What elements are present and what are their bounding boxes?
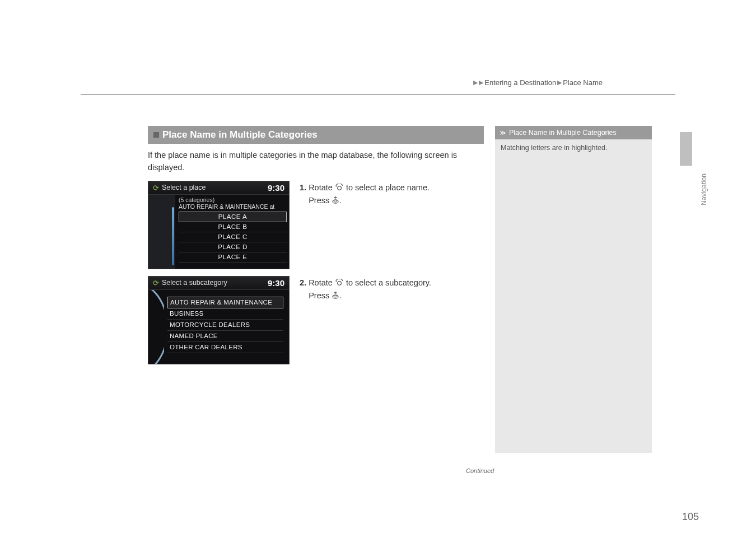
section-header: Place Name in Multiple Categories [148, 126, 484, 144]
sidebar-body: Matching letters are in highlighted. [495, 139, 652, 453]
chevrons-icon: ≫ [500, 129, 506, 137]
list-item: PLACE D [179, 242, 287, 252]
horizontal-rule [81, 94, 675, 95]
list-item: OTHER CAR DEALERS [167, 342, 283, 353]
category-count: (5 categories) [179, 196, 287, 203]
page-number: 105 [682, 511, 699, 523]
list-item: BUSINESS [167, 308, 283, 320]
section-intro: If the place name is in multiple categor… [148, 149, 484, 174]
scroll-indicator [148, 195, 175, 269]
step-text: Rotate [309, 183, 333, 192]
svg-point-5 [334, 296, 337, 298]
sidebar-title: Place Name in Multiple Categories [509, 129, 617, 137]
clock: 9:30 [268, 183, 284, 193]
triangle-icon: ▶ [479, 79, 483, 86]
square-bullet-icon [153, 132, 159, 138]
svg-point-2 [334, 200, 337, 203]
step-1: 1. Rotate to select a place name. Press … [300, 181, 430, 209]
triangle-icon: ▶ [473, 79, 478, 86]
screen-title: Select a subcategory [162, 279, 227, 287]
press-dial-icon [332, 196, 339, 208]
rotate-dial-icon [335, 278, 344, 291]
sidebar-header: ≫ Place Name in Multiple Categories [495, 126, 652, 139]
breadcrumb: ▶ ▶ Entering a Destination ▶ Place Name [473, 78, 603, 87]
step-2: 2. Rotate to select a subcategory. Press… [300, 276, 431, 304]
breadcrumb-part1: Entering a Destination [484, 78, 556, 87]
step-text: Rotate [309, 278, 333, 287]
list-item: PLACE C [179, 232, 287, 242]
list-item: PLACE B [179, 222, 287, 232]
back-icon: ⟳ [153, 279, 159, 287]
screen-title: Select a place [162, 184, 206, 191]
list-item: MOTORCYCLE DEALERS [167, 320, 283, 331]
step-text: Press [309, 196, 329, 205]
press-dial-icon [332, 291, 339, 303]
breadcrumb-part2: Place Name [563, 78, 603, 87]
category-subtitle: AUTO REPAIR & MAINTENANCE at [179, 203, 287, 210]
step-text: to select a place name. [346, 183, 430, 192]
svg-point-3 [337, 281, 341, 285]
svg-point-0 [337, 186, 341, 190]
list-item: PLACE E [179, 252, 287, 263]
continued-label: Continued [466, 467, 494, 474]
list-item: PLACE A [179, 212, 287, 222]
arc-decoration [148, 290, 164, 364]
back-icon: ⟳ [153, 184, 159, 192]
sidebar-text: Matching letters are in highlighted. [501, 144, 607, 152]
list-item: AUTO REPAIR & MAINTENANCE [167, 297, 283, 308]
step-text: to select a subcategory. [346, 278, 431, 287]
section-title: Place Name in Multiple Categories [162, 129, 318, 140]
step-text: Press [309, 291, 329, 300]
list-item: NAMED PLACE [167, 331, 283, 342]
triangle-icon: ▶ [557, 79, 562, 86]
screenshot-select-place: ⟳ Select a place 9:30 (5 categories) AUT… [148, 181, 290, 269]
section-tab [680, 132, 692, 166]
screenshot-select-subcategory: ⟳ Select a subcategory 9:30 AUTO REPAIR … [148, 276, 290, 364]
clock: 9:30 [268, 278, 284, 288]
section-label-vertical: Navigation [700, 174, 708, 205]
rotate-dial-icon [335, 183, 344, 195]
